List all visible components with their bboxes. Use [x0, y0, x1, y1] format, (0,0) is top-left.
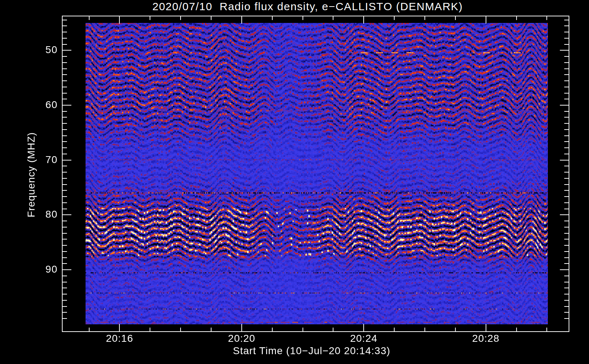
x-tick-label: 20:16	[106, 333, 133, 344]
y-tick-label: 90	[3, 264, 58, 275]
y-tick-label: 60	[3, 99, 58, 111]
x-tick-label: 20:28	[472, 333, 499, 344]
axis-frame-and-ticks	[0, 0, 589, 364]
x-axis-label: Start Time (10−Jul−20 20:14:33)	[233, 345, 391, 357]
y-axis-right-ticks	[560, 20, 569, 318]
spectrogram-page: 2020/07/10 Radio flux density, e−CALLIST…	[0, 0, 589, 364]
plot-frame	[62, 16, 569, 332]
y-axis-left-ticks	[63, 20, 71, 318]
x-tick-label: 20:20	[228, 333, 255, 344]
x-axis-top-ticks	[89, 16, 547, 24]
x-axis-bottom-ticks	[89, 324, 547, 331]
y-axis-label: Frequency (MHZ)	[25, 132, 37, 217]
x-tick-label: 20:24	[350, 333, 377, 344]
y-tick-label: 50	[3, 44, 58, 56]
